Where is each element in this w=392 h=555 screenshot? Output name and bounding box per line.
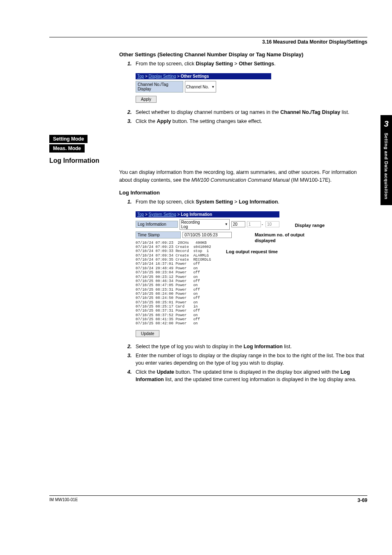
breadcrumb: Top > System Setting > Log Information [136, 211, 279, 217]
step-text: From the top screen, click System Settin… [136, 198, 367, 206]
timestamp-value: 07/10/25 10:05:23 [182, 232, 232, 238]
step-number: 4. [127, 368, 136, 383]
step-number: 2. [127, 109, 136, 116]
t: > [233, 199, 239, 205]
t: Select whether to display channel number… [136, 109, 280, 115]
step-2: 2. Select the type of log you wish to di… [127, 343, 367, 350]
callout-request-time: Log output request time [226, 249, 308, 254]
t: (IM MW100-17E). [290, 177, 332, 183]
step-text: Select the type of log you wish to displ… [136, 343, 367, 350]
t: Click the [136, 118, 157, 124]
t: Apply [157, 118, 171, 124]
log-type-select[interactable]: Recording Log ▼ [180, 219, 230, 230]
log-info-screenshot-wrap: Top > System Setting > Log Information L… [136, 211, 312, 337]
t: list. [283, 344, 292, 349]
log-info-step1: 1. From the top screen, click System Set… [127, 198, 367, 206]
t: Log Information [244, 344, 283, 349]
step-text: Click the Apply button. The setting chan… [136, 118, 367, 125]
manual-title: MW100 Communication Command Manual [191, 177, 290, 183]
log-info-intro: You can display information from the rec… [119, 169, 367, 183]
other-settings-steps: 1. From the top screen, click Display Se… [127, 60, 367, 67]
step-text: Enter the number of logs to display or t… [136, 352, 367, 367]
t: Other Settings [239, 61, 274, 67]
select-value: Channel No. [186, 85, 209, 89]
t: button. The updated time is displayed in… [174, 369, 341, 375]
step-text: From the top screen, click Display Setti… [136, 60, 367, 67]
callout-display-range: Display range [259, 223, 325, 228]
step-number: 3. [127, 352, 136, 367]
sep: > [176, 74, 180, 79]
step-number: 2. [127, 343, 136, 350]
meas-mode-tag: Meas. Mode [49, 144, 85, 153]
other-settings-steps-2: 2. Select whether to display channel num… [127, 109, 367, 125]
header-rule [49, 37, 367, 37]
step-3: 3. Enter the number of logs to display o… [127, 352, 367, 367]
t: Select the type of log you wish to displ… [136, 344, 244, 349]
log-info-subheading: Log Information [119, 190, 367, 196]
chapter-tab: 3 Setting and Data acquisition [380, 115, 392, 205]
t: > [233, 61, 239, 67]
log-type-row: Log Information Recording Log ▼ 20 1 - 1… [136, 219, 279, 230]
page: 3.16 Measured Data Monitor Display/Setti… [0, 0, 392, 518]
step-3: 3. Click the Apply button. The setting c… [127, 118, 367, 125]
sep: > [144, 74, 148, 79]
step-1: 1. From the top screen, click Display Se… [127, 60, 367, 67]
callout-max-output: Maximum no. of output displayed [255, 232, 325, 244]
crumb-top[interactable]: Top [137, 74, 144, 79]
crumb-current: Other Settings [181, 74, 209, 79]
t: list, and the updated time current log i… [164, 377, 356, 382]
section-header: 3.16 Measured Data Monitor Display/Setti… [49, 39, 367, 45]
sep: > [176, 212, 181, 217]
step-4: 4. Click the Update button. The updated … [127, 368, 367, 383]
crumb-current: Log Information [181, 212, 212, 217]
breadcrumb: Top > Display Setting > Other Settings [136, 73, 271, 79]
mode-tags: Setting Mode Meas. Mode [49, 135, 367, 154]
chapter-number: 3 [380, 119, 392, 129]
channel-tag-select[interactable]: Channel No. ▼ [185, 81, 216, 92]
crumb-top[interactable]: Top [137, 212, 144, 217]
crumb-system-setting[interactable]: System Setting [149, 212, 176, 217]
t: From the top screen, click [136, 61, 196, 67]
chapter-label: Setting and Data acquisition [384, 133, 389, 199]
step-number: 1. [127, 198, 136, 206]
channel-tag-label: Channel No./Tag Display [136, 81, 183, 92]
t: Display Setting [196, 61, 233, 67]
select-value: Recording Log [181, 220, 204, 229]
t: list. [340, 109, 349, 115]
t: Log Information [239, 199, 278, 205]
log-info-label: Log Information [136, 221, 178, 228]
step-1: 1. From the top screen, click System Set… [127, 198, 367, 206]
setting-row: Channel No./Tag Display Channel No. ▼ [136, 81, 271, 92]
apply-button[interactable]: Apply [136, 96, 157, 103]
t: button. The setting changes take effect. [171, 118, 262, 124]
t: . [274, 61, 275, 67]
step-2: 2. Select whether to display channel num… [127, 109, 367, 116]
chevron-down-icon: ▼ [225, 222, 228, 226]
sep: > [144, 212, 148, 217]
max-output-input[interactable]: 20 [231, 221, 245, 227]
step-text: Click the Update button. The updated tim… [136, 368, 367, 383]
other-settings-heading: Other Settings (Selecting Channel Number… [119, 51, 367, 58]
log-info-steps-rest: 2. Select the type of log you wish to di… [127, 343, 367, 384]
setting-mode-tag: Setting Mode [49, 135, 88, 143]
doc-id: IM MW100-01E [49, 497, 78, 503]
log-info-screenshot: Top > System Setting > Log Information L… [136, 211, 279, 337]
log-information-heading: Log Information [49, 157, 367, 164]
step-text: Select whether to display channel number… [136, 109, 367, 116]
step-number: 1. [127, 60, 136, 67]
update-button[interactable]: Update [136, 330, 159, 337]
chevron-down-icon: ▼ [212, 85, 215, 89]
page-number: 3-69 [357, 497, 367, 503]
t: . [278, 199, 279, 205]
step-number: 3. [127, 118, 136, 125]
crumb-display-setting[interactable]: Display Setting [149, 74, 176, 79]
timestamp-label: Time Stamp [136, 231, 181, 238]
page-footer: IM MW100-01E 3-69 [49, 495, 367, 503]
t: Click the [136, 369, 157, 375]
t: Channel No./Tag Display [280, 109, 340, 115]
t: From the top screen, click [136, 199, 196, 205]
t: Update [157, 369, 174, 375]
t: System Setting [196, 199, 233, 205]
other-settings-screenshot: Top > Display Setting > Other Settings C… [136, 73, 271, 103]
